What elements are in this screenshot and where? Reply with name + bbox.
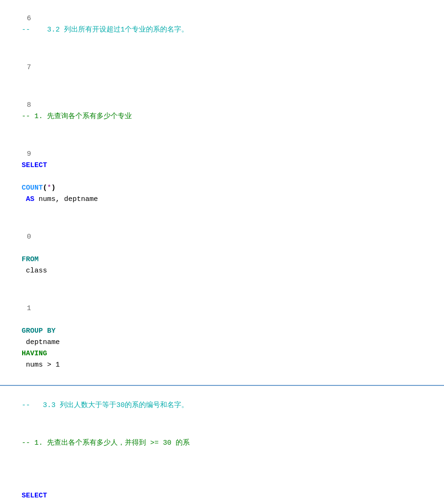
line-num-10: 0 xyxy=(22,232,31,243)
line-10: 0 FROM class xyxy=(0,218,444,290)
comment-step1-sum-text: -- 1. 先查出各个系有多少人，并得到 >= 30 的系 xyxy=(22,439,190,447)
fn-count: COUNT xyxy=(22,184,43,192)
from-class-10: class xyxy=(22,267,47,275)
line-8: 8 -- 1. 先查询各个系有多少个专业 xyxy=(0,87,444,136)
comment-3-3: -- 3.3 列出人数大于等于30的系的编号和名字。 xyxy=(0,387,444,424)
kw-star: * xyxy=(47,184,51,192)
line-num-9: 9 xyxy=(22,149,31,160)
kw-select-9: SELECT xyxy=(22,161,47,169)
comment-step1-count: -- 1. 先查询各个系有多少个专业 xyxy=(22,112,132,120)
divider-1 xyxy=(0,385,444,386)
comment-3-2-label: -- 3.2 列出所有开设超过1个专业的系的名字。 xyxy=(22,26,188,34)
paren-open-9: ( xyxy=(43,184,47,192)
line-num-6: 6 xyxy=(22,13,31,24)
line-num-8: 8 xyxy=(22,100,31,111)
kw-having-11: HAVING xyxy=(22,350,47,358)
groupby-col-11: deptname xyxy=(22,338,64,346)
line-num-7: 7 xyxy=(22,62,31,73)
kw-groupby-11: GROUP BY xyxy=(22,327,56,335)
line-9: 9 SELECT COUNT(*) AS nums, deptname xyxy=(0,136,444,218)
comment-3-3-text: -- 3.3 列出人数大于等于30的系的编号和名字。 xyxy=(22,401,188,409)
blank-line-a xyxy=(0,462,444,477)
select-sum-line: SELECT SUM(num) AS nums, deptname xyxy=(0,477,444,504)
paren-close-9: ) xyxy=(51,184,56,192)
having-cond-11: nums > 1 xyxy=(22,361,60,369)
space-9a xyxy=(22,173,26,181)
line-6: 6 -- 3.2 列出所有开设超过1个专业的系的名字。 xyxy=(0,0,444,49)
as-9: AS nums, deptname xyxy=(22,195,98,203)
kw-select-sum: SELECT xyxy=(22,492,47,500)
kw-from-10: FROM xyxy=(22,256,39,264)
line-11: 1 GROUP BY deptname HAVING nums > 1 xyxy=(0,290,444,384)
code-editor: 6 -- 3.2 列出所有开设超过1个专业的系的名字。 7 8 -- 1. 先查… xyxy=(0,0,444,504)
line-num-11: 1 xyxy=(22,303,31,314)
comment-step1-sum: -- 1. 先查出各个系有多少人，并得到 >= 30 的系 xyxy=(0,424,444,462)
line-7: 7 xyxy=(0,49,444,87)
